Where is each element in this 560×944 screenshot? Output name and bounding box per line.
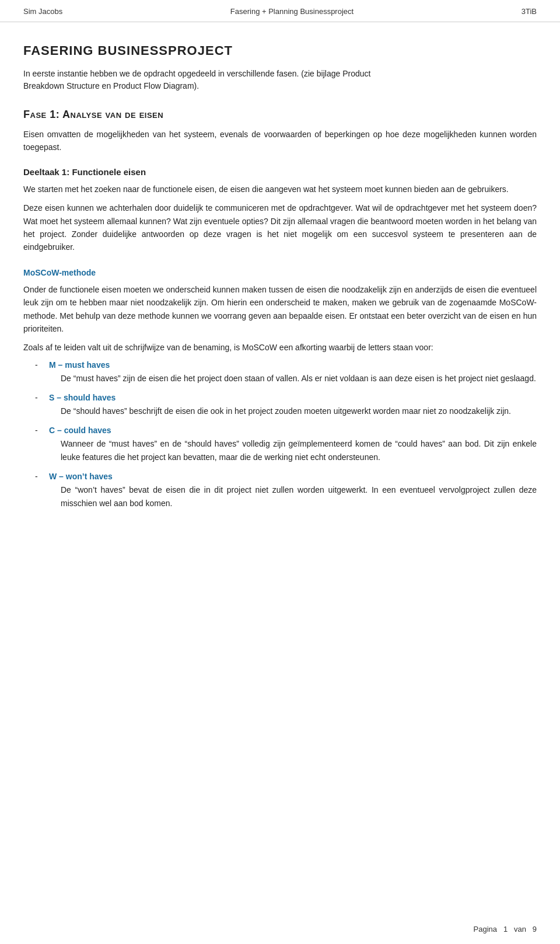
footer-separator: van [514, 925, 526, 933]
moscow-list: - M – must haves De “must haves” zijn de… [35, 360, 537, 510]
list-item-c-label: C – could haves [49, 426, 537, 435]
list-item-w-content: W – won’t haves De “won’t haves” bevat d… [49, 472, 537, 510]
header-author: Sim Jacobs [23, 7, 62, 16]
list-item-s-desc: De “should haves” beschrijft de eisen di… [61, 405, 537, 417]
header-class: 3TiB [522, 7, 537, 16]
intro-paragraph: In eerste instantie hebben we de opdrach… [23, 68, 537, 92]
list-item: - C – could haves Wanneer de “must haves… [35, 426, 537, 464]
intro-line2: Breakdown Structure en Product Flow Diag… [23, 81, 199, 90]
list-item-s-label: S – should haves [49, 393, 537, 402]
moscow-para2: Zoals af te leiden valt uit de schrijfwi… [23, 341, 537, 354]
deeltaak1-para1: We starten met het zoeken naar de functi… [23, 183, 537, 196]
list-item-m-label: M – must haves [49, 360, 537, 370]
list-item-w-label: W – won’t haves [49, 472, 537, 481]
content-area: Fasering Businessproject In eerste insta… [0, 22, 560, 553]
list-item: - W – won’t haves De “won’t haves” bevat… [35, 472, 537, 510]
list-item-w-desc: De “won’t haves” bevat de eisen die in d… [61, 483, 537, 510]
list-dash-w: - [35, 472, 41, 481]
list-dash-s: - [35, 393, 41, 402]
deeltaak1-para2: Deze eisen kunnen we achterhalen door du… [23, 201, 537, 254]
list-item-s-content: S – should haves De “should haves” besch… [49, 393, 537, 417]
list-item-m-content: M – must haves De “must haves” zijn de e… [49, 360, 537, 385]
document-title: Fasering Businessproject [23, 43, 537, 58]
header: Sim Jacobs Fasering + Planning Businessp… [0, 0, 560, 22]
list-item-c-content: C – could haves Wanneer de “must haves” … [49, 426, 537, 464]
moscow-heading: MoSCoW-methode [23, 268, 537, 277]
fase1-heading: Fase 1: Analyse van de eisen [23, 109, 537, 121]
page: Sim Jacobs Fasering + Planning Businessp… [0, 0, 560, 944]
moscow-para1: Onder de functionele eisen moeten we ond… [23, 283, 537, 336]
footer-label: Pagina [474, 925, 497, 933]
intro-line1: In eerste instantie hebben we de opdrach… [23, 69, 370, 78]
list-item-c-desc: Wanneer de “must haves” en de “should ha… [61, 437, 537, 464]
list-dash-c: - [35, 426, 41, 435]
list-item-m-desc: De “must haves” zijn de eisen die het pr… [61, 372, 537, 385]
footer-total: 9 [533, 925, 537, 933]
footer: Pagina 1 van 9 [474, 925, 537, 933]
header-title: Fasering + Planning Businessproject [230, 7, 354, 16]
deeltaak1-heading: Deeltaak 1: Functionele eisen [23, 167, 537, 177]
list-dash-m: - [35, 360, 41, 370]
fase1-body: Eisen omvatten de mogelijkheden van het … [23, 128, 537, 154]
footer-current: 1 [503, 925, 508, 933]
list-item: - M – must haves De “must haves” zijn de… [35, 360, 537, 385]
list-item: - S – should haves De “should haves” bes… [35, 393, 537, 417]
